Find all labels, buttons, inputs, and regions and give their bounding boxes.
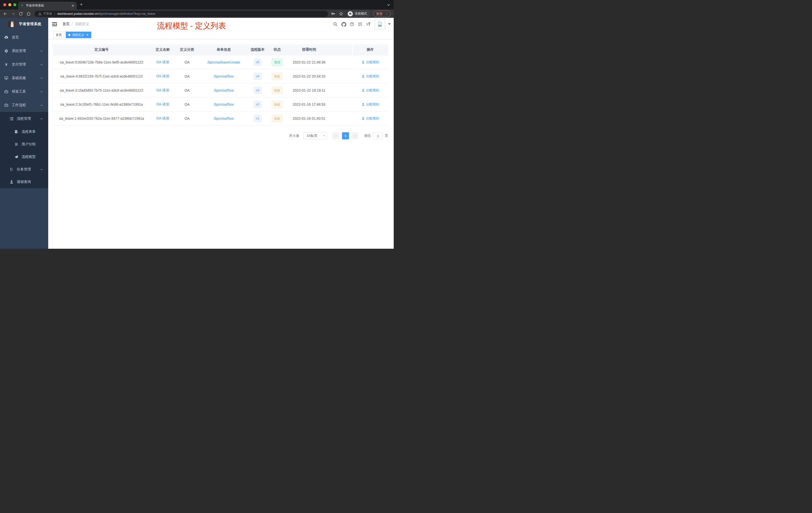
next-page-button[interactable] xyxy=(351,132,358,139)
sidebar-item-workflow[interactable]: 工作流程 xyxy=(0,98,48,112)
table-row: oa_leave:1:482ec033-762a-11ec-8477-a2380… xyxy=(53,112,388,125)
assign-rule-link[interactable]: 分配规则 xyxy=(361,102,379,107)
bookmark-star-icon[interactable] xyxy=(339,11,343,16)
status-badge: 激活 xyxy=(272,58,283,66)
sidebar-logo[interactable]: 芋道管理系统 xyxy=(0,18,48,30)
breadcrumb-home[interactable]: 首页 xyxy=(62,22,69,26)
search-icon[interactable] xyxy=(333,22,338,26)
sidebar-item-user-group[interactable]: 用户分组 xyxy=(0,138,48,151)
close-tab-icon[interactable]: ✕ xyxy=(71,4,74,7)
definition-name-link[interactable]: OA 请假 xyxy=(156,116,169,121)
sidebar-item-home[interactable]: 首页 xyxy=(0,31,48,44)
chevron-up-icon xyxy=(40,117,43,120)
browser-tab[interactable]: 芋道管理系统 ✕ xyxy=(18,2,77,9)
avatar-caret-icon[interactable] xyxy=(388,23,391,25)
dashboard-icon xyxy=(4,35,8,39)
cell-definition-id: oa_leave:4:991f2193-7b7f-11ec-a3c8-acde4… xyxy=(53,69,150,83)
chevron-down-icon xyxy=(40,168,43,171)
version-badge: v5 xyxy=(254,59,262,66)
cell-deploy-time: 2022-01-16 17:46:53 xyxy=(288,97,330,111)
incognito-label: 无痕模式 xyxy=(355,11,367,16)
table-row: oa_leave:3:1fad3d93-7b75-11ec-a3c8-acde4… xyxy=(53,83,388,97)
form-link[interactable]: /bpm/oa/flow xyxy=(214,117,233,120)
incognito-icon xyxy=(348,11,353,16)
total-count: 共 5 条 xyxy=(289,133,299,138)
new-tab-button[interactable]: + xyxy=(80,2,83,7)
sidebar-item-payment[interactable]: ¥ 支付管理 xyxy=(0,58,48,71)
active-dot-icon xyxy=(68,34,70,36)
sidebar-item-infrastructure[interactable]: 基础设施 xyxy=(0,71,48,85)
assign-rule-link[interactable]: 分配规则 xyxy=(361,60,379,64)
assign-rule-link[interactable]: 分配规则 xyxy=(361,116,379,121)
tag-process-definition[interactable]: 流程定义 ✕ xyxy=(66,32,91,38)
definition-table: 定义编号 定义名称 定义分类 表单信息 流程版本 状态 部署时间 操作 oa_l… xyxy=(53,44,388,125)
close-window-button[interactable] xyxy=(3,3,6,6)
sidebar-item-dev-tools[interactable]: 研发工具 xyxy=(0,85,48,98)
reload-icon[interactable] xyxy=(19,11,23,16)
sidebar-item-system[interactable]: 系统管理 xyxy=(0,44,48,58)
page-number-button[interactable]: 1 xyxy=(342,132,349,139)
page-size-select[interactable]: 10条/页 xyxy=(303,132,327,139)
cell-definition-id: oa_leave:2:3c1f0ef1-76b1-11ec-9c66-a2380… xyxy=(53,97,150,111)
cell-category: OA xyxy=(175,112,199,125)
form-link[interactable]: /bpm/oa/flow xyxy=(214,74,233,78)
toolbox-icon xyxy=(4,90,8,94)
cell-deploy-time: 2022-01-22 21:48:38 xyxy=(288,55,330,69)
sidebar: 芋道管理系统 首页 系统管理 ¥ 支付管理 xyxy=(0,18,48,249)
back-icon[interactable] xyxy=(3,11,7,16)
close-tag-icon[interactable]: ✕ xyxy=(86,33,89,36)
hamburger-icon[interactable] xyxy=(52,22,57,26)
font-size-icon[interactable]: TT xyxy=(366,22,371,26)
assign-rule-link[interactable]: 分配规则 xyxy=(361,74,379,79)
home-icon[interactable] xyxy=(26,11,31,16)
help-icon[interactable] xyxy=(350,22,354,26)
definition-name-link[interactable]: OA 请假 xyxy=(156,102,169,107)
cell-category: OA xyxy=(175,97,199,111)
definition-name-link[interactable]: OA 请假 xyxy=(156,60,169,64)
browser-menu-icon[interactable]: ⋮ xyxy=(385,12,388,16)
breadcrumb-current: 流程定义 xyxy=(75,22,89,26)
update-button[interactable]: 更新 ⋮ xyxy=(373,10,391,17)
definition-name-link[interactable]: OA 请假 xyxy=(156,88,169,93)
sidebar-item-process-management[interactable]: 流程管理 xyxy=(0,112,48,125)
url-bar[interactable]: 不安全 dashboard.yudao.iocoder.cn/bpm/manag… xyxy=(35,11,328,17)
form-link[interactable]: /bpm/oa/flow xyxy=(214,88,233,92)
assign-rule-link[interactable]: 分配规则 xyxy=(361,88,379,93)
workflow-submenu: 流程管理 流程表单 用户分组 流程模型 xyxy=(0,112,48,188)
form-link[interactable]: /bpm/oa/flow xyxy=(214,102,233,107)
github-icon[interactable] xyxy=(342,22,346,26)
prev-page-button[interactable] xyxy=(332,132,340,139)
breadcrumb: 首页 / 流程定义 xyxy=(62,22,89,26)
key-icon[interactable] xyxy=(331,11,335,16)
table-header: 定义编号 定义名称 定义分类 表单信息 流程版本 状态 部署时间 操作 xyxy=(53,44,388,55)
forward-icon[interactable] xyxy=(11,11,15,16)
zoom-window-button[interactable] xyxy=(13,3,16,6)
person-icon xyxy=(9,180,13,184)
version-badge: v1 xyxy=(254,115,262,122)
yen-icon: ¥ xyxy=(4,62,8,66)
briefcase-icon xyxy=(4,103,8,107)
avatar[interactable] xyxy=(375,19,385,29)
sidebar-menu: 首页 系统管理 ¥ 支付管理 基础设施 xyxy=(0,31,48,188)
status-badge: 挂起 xyxy=(272,87,283,94)
list-tree-icon xyxy=(9,117,13,121)
minimize-window-button[interactable] xyxy=(8,3,11,6)
definition-name-link[interactable]: OA 请假 xyxy=(156,74,169,79)
sidebar-item-leave-query[interactable]: 请假查询 xyxy=(0,176,48,188)
goto-page-input[interactable] xyxy=(373,132,383,139)
tab-search-icon[interactable] xyxy=(387,3,390,6)
form-link[interactable]: /bpm/oa/leave/create xyxy=(207,60,240,64)
logo-image xyxy=(8,21,16,27)
gear-icon xyxy=(4,49,8,53)
cell-category: OA xyxy=(175,69,199,83)
url-text: dashboard.yudao.iocoder.cn/bpm/manager/d… xyxy=(57,12,155,16)
cell-definition-id: oa_leave:3:1fad3d93-7b75-11ec-a3c8-acde4… xyxy=(53,83,150,97)
sidebar-item-process-form[interactable]: 流程表单 xyxy=(0,125,48,138)
fullscreen-icon[interactable] xyxy=(358,22,362,26)
monitor-icon xyxy=(4,76,8,80)
sidebar-item-process-model[interactable]: 流程模型 xyxy=(0,151,48,163)
browser-toolbar: 不安全 dashboard.yudao.iocoder.cn/bpm/manag… xyxy=(0,9,394,18)
sidebar-item-task-management[interactable]: 任务管理 xyxy=(0,163,48,176)
tag-home[interactable]: 首页 xyxy=(53,32,64,38)
form-edit-icon xyxy=(14,130,18,134)
